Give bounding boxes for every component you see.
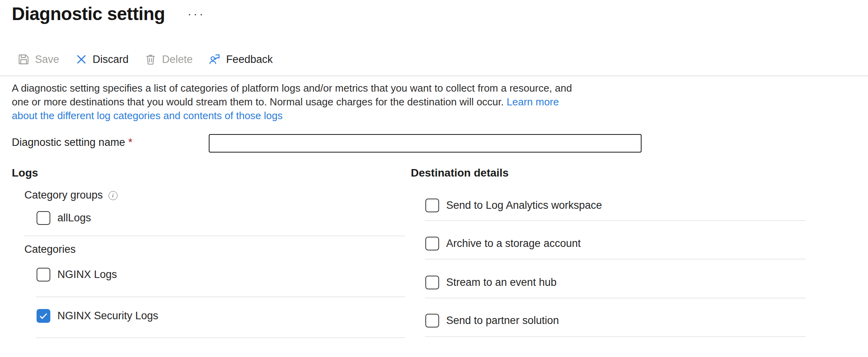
required-asterisk: * bbox=[128, 136, 132, 148]
discard-icon bbox=[75, 53, 88, 66]
checkbox-alllogs[interactable]: allLogs bbox=[37, 211, 91, 225]
command-toolbar: Save Discard Delete bbox=[17, 52, 273, 67]
checkmark-icon bbox=[38, 311, 49, 321]
save-icon bbox=[17, 53, 30, 66]
checkbox-label: Send to Log Analytics workspace bbox=[446, 199, 602, 212]
checkbox-box bbox=[425, 314, 439, 328]
checkbox-nginx-logs[interactable]: NGINX Logs bbox=[37, 268, 117, 282]
delete-icon bbox=[144, 53, 157, 66]
checkbox-box bbox=[425, 237, 439, 250]
more-menu-button[interactable]: ··· bbox=[188, 8, 205, 20]
toolbar-divider bbox=[0, 75, 868, 76]
logs-heading: Logs bbox=[12, 167, 38, 179]
checkbox-label: allLogs bbox=[57, 212, 91, 224]
divider bbox=[425, 298, 806, 298]
feedback-icon bbox=[208, 53, 221, 66]
delete-button-label: Delete bbox=[162, 53, 193, 66]
intro-body: A diagnostic setting specifies a list of… bbox=[12, 82, 572, 108]
intro-text: A diagnostic setting specifies a list of… bbox=[12, 81, 579, 123]
destination-details-heading: Destination details bbox=[411, 167, 509, 179]
divider bbox=[425, 259, 806, 259]
delete-button[interactable]: Delete bbox=[144, 53, 193, 66]
save-button[interactable]: Save bbox=[17, 53, 59, 66]
checkbox-send-to-log-analytics[interactable]: Send to Log Analytics workspace bbox=[425, 199, 602, 212]
checkbox-box bbox=[37, 211, 50, 225]
checkbox-box bbox=[425, 276, 439, 289]
checkbox-label: NGINX Security Logs bbox=[57, 310, 158, 322]
checkbox-label: Archive to a storage account bbox=[446, 237, 581, 250]
checkbox-stream-to-event-hub[interactable]: Stream to an event hub bbox=[425, 276, 557, 289]
discard-button-label: Discard bbox=[93, 53, 129, 66]
save-button-label: Save bbox=[35, 53, 59, 66]
divider bbox=[24, 236, 405, 236]
checkbox-box bbox=[37, 309, 50, 323]
name-field-label: Diagnostic setting name* bbox=[12, 136, 132, 149]
checkbox-nginx-security-logs[interactable]: NGINX Security Logs bbox=[37, 309, 158, 323]
info-icon[interactable]: i bbox=[108, 191, 118, 200]
checkbox-archive-to-storage[interactable]: Archive to a storage account bbox=[425, 237, 581, 250]
checkbox-send-to-partner-solution[interactable]: Send to partner solution bbox=[425, 314, 559, 328]
page-title: Diagnostic setting bbox=[12, 3, 165, 24]
divider bbox=[36, 337, 405, 338]
feedback-button-label: Feedback bbox=[226, 53, 273, 66]
checkbox-label: NGINX Logs bbox=[57, 269, 117, 281]
diagnostic-setting-page: Diagnostic setting ··· Save Discard bbox=[0, 0, 868, 357]
checkbox-box bbox=[37, 268, 50, 282]
discard-button[interactable]: Discard bbox=[75, 53, 129, 66]
divider bbox=[425, 220, 806, 221]
checkbox-label: Stream to an event hub bbox=[446, 276, 557, 289]
feedback-button[interactable]: Feedback bbox=[208, 53, 273, 66]
checkbox-box bbox=[425, 199, 439, 212]
categories-label: Categories bbox=[24, 243, 76, 256]
checkbox-label: Send to partner solution bbox=[446, 315, 559, 327]
category-groups-label: Category groupsi bbox=[24, 189, 118, 201]
divider bbox=[36, 296, 405, 297]
diagnostic-setting-name-input[interactable] bbox=[209, 134, 642, 153]
divider bbox=[425, 336, 806, 337]
